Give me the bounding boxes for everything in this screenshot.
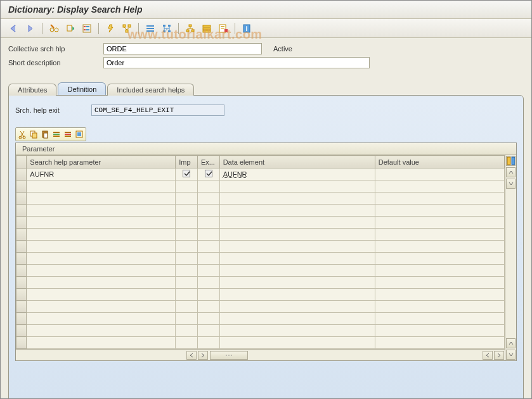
- cell-imp[interactable]: [176, 265, 198, 277]
- table-row[interactable]: AUFNRAUFNR: [16, 168, 505, 180]
- cell-data-element[interactable]: [219, 313, 375, 325]
- where-used-button[interactable]: [120, 22, 134, 35]
- cell-data-element[interactable]: [219, 265, 375, 277]
- forward-button[interactable]: [23, 22, 37, 35]
- copy-button[interactable]: [28, 129, 39, 140]
- cell-param[interactable]: [27, 253, 176, 265]
- scroll-up-end-button[interactable]: [506, 338, 516, 348]
- row-selector[interactable]: [16, 229, 27, 241]
- scroll-right-button[interactable]: [198, 351, 208, 360]
- cell-data-element[interactable]: [219, 229, 375, 241]
- cell-exp[interactable]: [197, 241, 219, 253]
- table-row[interactable]: [16, 253, 505, 265]
- horizontal-scrollbar[interactable]: [16, 349, 505, 360]
- cell-default-value[interactable]: [375, 217, 504, 229]
- cell-data-element[interactable]: [219, 217, 375, 229]
- cell-param[interactable]: [27, 205, 176, 217]
- col-search-help-parameter[interactable]: Search help parameter: [27, 156, 176, 168]
- technical-settings-button[interactable]: [200, 22, 214, 35]
- row-selector[interactable]: [16, 168, 27, 180]
- check-button[interactable]: [80, 22, 94, 35]
- paste-button[interactable]: [39, 129, 51, 140]
- scroll-left-button[interactable]: [186, 351, 197, 360]
- table-row[interactable]: [16, 229, 505, 241]
- select-all-button[interactable]: [74, 129, 85, 140]
- cell-imp[interactable]: [176, 193, 198, 205]
- collective-srch-hlp-field[interactable]: [103, 43, 262, 54]
- cell-default-value[interactable]: [375, 313, 504, 325]
- hierarchy-button[interactable]: [183, 22, 197, 35]
- cell-data-element[interactable]: [219, 337, 375, 349]
- cell-default-value[interactable]: [375, 229, 504, 241]
- col-data-element[interactable]: Data element: [219, 156, 375, 168]
- scroll-down-end-button[interactable]: [506, 350, 516, 360]
- row-selector[interactable]: [16, 313, 27, 325]
- cell-param[interactable]: [27, 265, 176, 277]
- cell-data-element[interactable]: [219, 277, 375, 289]
- row-selector[interactable]: [16, 325, 27, 337]
- cell-imp[interactable]: [176, 229, 198, 241]
- documentation-button[interactable]: i: [240, 22, 254, 35]
- cell-default-value[interactable]: [375, 277, 504, 289]
- table-row[interactable]: [16, 313, 505, 325]
- col-default-value[interactable]: Default value: [375, 156, 504, 168]
- row-selector[interactable]: [16, 180, 27, 193]
- other-object-button[interactable]: [63, 22, 77, 35]
- cell-exp[interactable]: [197, 205, 219, 217]
- row-selector[interactable]: [16, 265, 27, 277]
- cell-exp[interactable]: [197, 180, 219, 193]
- cell-data-element[interactable]: [219, 289, 375, 301]
- table-row[interactable]: [16, 337, 505, 349]
- row-selector[interactable]: [16, 253, 27, 265]
- col-imp[interactable]: Imp: [176, 156, 198, 168]
- row-selector[interactable]: [16, 301, 27, 313]
- table-row[interactable]: [16, 205, 505, 217]
- scroll-thumb[interactable]: [210, 351, 248, 360]
- scroll-left-end-button[interactable]: [483, 351, 493, 360]
- cell-default-value[interactable]: [375, 168, 504, 180]
- cell-exp[interactable]: [197, 313, 219, 325]
- tab-definition[interactable]: Definition: [58, 82, 106, 95]
- cell-param[interactable]: [27, 277, 176, 289]
- cell-param[interactable]: AUFNR: [27, 168, 176, 180]
- scroll-right-end-button[interactable]: [494, 351, 504, 360]
- table-row[interactable]: [16, 301, 505, 313]
- cell-param[interactable]: [27, 193, 176, 205]
- cell-default-value[interactable]: [375, 325, 504, 337]
- cell-exp[interactable]: [197, 265, 219, 277]
- object-directory-button[interactable]: [160, 22, 174, 35]
- vertical-scrollbar[interactable]: [505, 155, 516, 360]
- tab-attributes[interactable]: Attributes: [8, 84, 56, 96]
- cell-param[interactable]: [27, 229, 176, 241]
- cell-param[interactable]: [27, 337, 176, 349]
- row-selector[interactable]: [16, 217, 27, 229]
- delete-row-button[interactable]: [62, 129, 74, 140]
- cell-exp[interactable]: [197, 168, 219, 180]
- row-selector[interactable]: [16, 277, 27, 289]
- append-button[interactable]: [216, 22, 230, 35]
- table-row[interactable]: [16, 289, 505, 301]
- table-row[interactable]: [16, 241, 505, 253]
- cell-default-value[interactable]: [375, 205, 504, 217]
- table-row[interactable]: [16, 265, 505, 277]
- cell-data-element[interactable]: [219, 180, 375, 193]
- cell-data-element[interactable]: [219, 325, 375, 337]
- cell-exp[interactable]: [197, 301, 219, 313]
- row-selector[interactable]: [16, 289, 27, 301]
- cell-default-value[interactable]: [375, 337, 504, 349]
- cell-imp[interactable]: [176, 168, 198, 180]
- cell-exp[interactable]: [197, 277, 219, 289]
- display-list-button[interactable]: [143, 22, 157, 35]
- cell-default-value[interactable]: [375, 241, 504, 253]
- col-exp[interactable]: Ex...: [197, 156, 219, 168]
- cell-param[interactable]: [27, 217, 176, 229]
- cell-data-element[interactable]: [219, 301, 375, 313]
- cell-param[interactable]: [27, 313, 176, 325]
- cell-imp[interactable]: [176, 241, 198, 253]
- display-change-button[interactable]: [47, 22, 61, 35]
- cell-default-value[interactable]: [375, 289, 504, 301]
- cell-default-value[interactable]: [375, 180, 504, 193]
- cell-param[interactable]: [27, 301, 176, 313]
- cell-default-value[interactable]: [375, 301, 504, 313]
- cell-exp[interactable]: [197, 253, 219, 265]
